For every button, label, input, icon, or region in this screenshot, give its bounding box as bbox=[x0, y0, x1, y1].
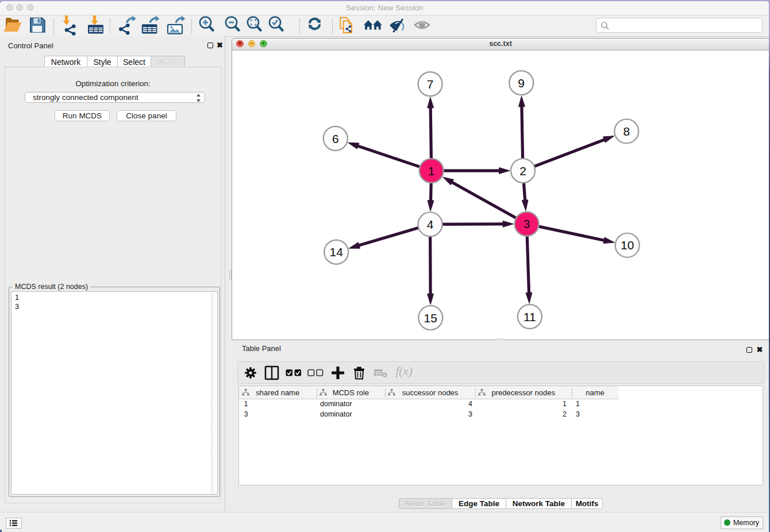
svg-text:11: 11 bbox=[523, 310, 536, 323]
svg-text:9: 9 bbox=[518, 76, 525, 90]
svg-text:4: 4 bbox=[427, 218, 434, 231]
svg-text:3: 3 bbox=[523, 217, 530, 230]
svg-text:15: 15 bbox=[424, 311, 437, 325]
svg-text:1: 1 bbox=[428, 164, 435, 178]
svg-text:8: 8 bbox=[623, 125, 630, 138]
svg-text:7: 7 bbox=[427, 78, 434, 91]
svg-text:2: 2 bbox=[519, 164, 526, 178]
svg-text:10: 10 bbox=[621, 238, 634, 252]
svg-text:14: 14 bbox=[330, 245, 344, 259]
svg-text:6: 6 bbox=[332, 132, 339, 145]
